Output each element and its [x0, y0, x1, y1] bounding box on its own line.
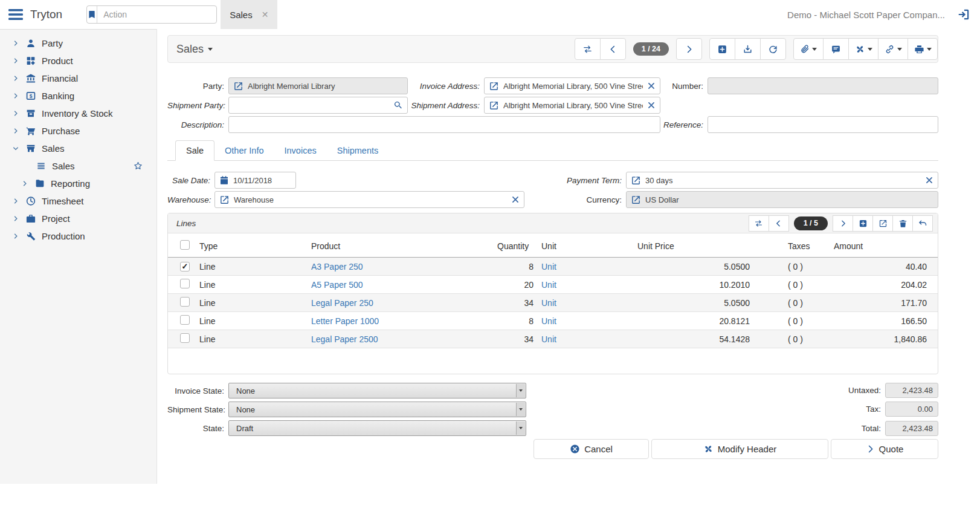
- shipment-address-field[interactable]: Albright Memorial Library, 500 Vine Stre…: [484, 97, 660, 114]
- open-record-icon[interactable]: [489, 100, 499, 111]
- product-link[interactable]: A3 Paper 250: [311, 262, 363, 272]
- tab-other-info[interactable]: Other Info: [214, 140, 274, 160]
- clear-icon[interactable]: [647, 101, 656, 109]
- unit-link[interactable]: Unit: [541, 334, 556, 344]
- currency-field[interactable]: US Dollar: [626, 191, 938, 208]
- chevron-right-icon[interactable]: [21, 180, 28, 187]
- chevron-right-icon[interactable]: [12, 128, 19, 134]
- bookmark-button[interactable]: [87, 6, 97, 23]
- sidebar-item-project[interactable]: Project: [0, 210, 156, 227]
- clear-icon[interactable]: [511, 195, 520, 204]
- lines-switch-view-button[interactable]: [749, 215, 769, 232]
- lines-delete-button[interactable]: [892, 215, 913, 232]
- relate-button[interactable]: [878, 38, 908, 60]
- tab-sale[interactable]: Sale: [175, 140, 214, 161]
- lines-next-button[interactable]: [833, 215, 853, 232]
- column-header-amount[interactable]: Amount: [834, 233, 938, 258]
- reload-button[interactable]: [760, 38, 786, 60]
- sidebar-item-sales-list[interactable]: Sales: [0, 157, 156, 175]
- column-header-type[interactable]: Type: [192, 233, 304, 258]
- table-row[interactable]: Line A5 Paper 500 20 Unit 10.2010 ( 0 ) …: [168, 276, 938, 294]
- print-button[interactable]: [907, 38, 938, 60]
- unit-link[interactable]: Unit: [541, 280, 556, 290]
- cancel-button[interactable]: Cancel: [534, 439, 649, 459]
- state-select[interactable]: Draft: [228, 420, 526, 436]
- save-button[interactable]: [735, 38, 761, 60]
- unit-link[interactable]: Unit: [541, 262, 556, 272]
- column-header-quantity[interactable]: Quantity: [497, 233, 535, 258]
- table-row[interactable]: Line Legal Paper 2500 34 Unit 54.1428 ( …: [168, 330, 938, 348]
- switch-view-button[interactable]: [575, 38, 601, 60]
- window-tab-sales[interactable]: Sales ✕: [221, 0, 277, 29]
- attachment-button[interactable]: [793, 38, 824, 60]
- column-header-product[interactable]: Product: [304, 233, 497, 258]
- tab-shipments[interactable]: Shipments: [327, 140, 389, 160]
- next-record-button[interactable]: [676, 38, 702, 60]
- open-record-icon[interactable]: [219, 195, 230, 205]
- open-record-icon[interactable]: [631, 195, 641, 205]
- chevron-right-icon[interactable]: [12, 40, 19, 47]
- number-field[interactable]: [708, 77, 938, 94]
- product-link[interactable]: Legal Paper 250: [311, 298, 373, 308]
- search-icon[interactable]: [393, 100, 403, 110]
- select-all-checkbox[interactable]: [180, 240, 190, 250]
- column-header-unit-price[interactable]: Unit Price: [637, 233, 755, 258]
- sidebar-item-inventory-stock[interactable]: Inventory & Stock: [0, 105, 156, 122]
- tab-invoices[interactable]: Invoices: [274, 140, 327, 160]
- shipment-party-field[interactable]: [228, 97, 408, 114]
- note-button[interactable]: [823, 38, 849, 60]
- quote-button[interactable]: Quote: [831, 439, 938, 459]
- chevron-right-icon[interactable]: [12, 198, 19, 204]
- clear-icon[interactable]: [925, 176, 933, 184]
- unit-link[interactable]: Unit: [541, 316, 556, 326]
- chevron-right-icon[interactable]: [12, 110, 19, 117]
- product-link[interactable]: Legal Paper 2500: [311, 334, 378, 344]
- row-checkbox[interactable]: [180, 315, 190, 325]
- launch-action-button[interactable]: [848, 38, 878, 60]
- invoice-address-field[interactable]: Albright Memorial Library, 500 Vine Stre…: [484, 77, 660, 94]
- table-row[interactable]: Line Letter Paper 1000 8 Unit 20.8121 ( …: [168, 312, 938, 330]
- unit-link[interactable]: Unit: [541, 298, 556, 308]
- description-field[interactable]: [228, 116, 660, 133]
- shipment-state-select[interactable]: None: [228, 402, 526, 417]
- action-input[interactable]: [97, 10, 217, 19]
- sidebar-item-financial[interactable]: Financial: [0, 70, 156, 87]
- table-row[interactable]: Line Legal Paper 250 34 Unit 5.0500 ( 0 …: [168, 294, 938, 312]
- invoice-state-select[interactable]: None: [228, 383, 526, 399]
- row-checkbox[interactable]: [180, 279, 190, 288]
- sidebar-item-reporting[interactable]: Reporting: [0, 175, 156, 192]
- sidebar-item-banking[interactable]: $ Banking: [0, 87, 156, 105]
- logout-icon[interactable]: [957, 8, 970, 21]
- user-company-label[interactable]: Demo - Michael Scott Paper Compan...: [787, 10, 945, 20]
- warehouse-field[interactable]: Warehouse: [214, 191, 524, 208]
- chevron-right-icon[interactable]: [12, 57, 19, 64]
- sidebar-item-purchase[interactable]: Purchase: [0, 122, 156, 140]
- sidebar-item-product[interactable]: Product: [0, 52, 156, 70]
- table-row[interactable]: Line A3 Paper 250 8 Unit 5.0500 ( 0 ) 40…: [168, 258, 938, 276]
- chevron-down-icon[interactable]: [12, 145, 19, 152]
- lines-undo-button[interactable]: [912, 215, 933, 232]
- sidebar-item-timesheet[interactable]: Timesheet: [0, 192, 156, 210]
- modify-header-button[interactable]: Modify Header: [651, 439, 828, 459]
- chevron-right-icon[interactable]: [12, 215, 19, 222]
- chevron-right-icon[interactable]: [12, 75, 19, 82]
- row-checkbox[interactable]: [180, 297, 190, 307]
- star-outline-icon[interactable]: [133, 161, 143, 171]
- chevron-right-icon[interactable]: [12, 93, 19, 99]
- lines-add-button[interactable]: [853, 215, 873, 232]
- product-link[interactable]: A5 Paper 500: [311, 280, 363, 290]
- product-link[interactable]: Letter Paper 1000: [311, 316, 379, 326]
- sale-date-field[interactable]: 10/11/2018: [214, 172, 296, 189]
- chevron-right-icon[interactable]: [12, 233, 19, 239]
- close-icon[interactable]: ✕: [262, 10, 269, 19]
- column-header-taxes[interactable]: Taxes: [755, 233, 834, 258]
- open-record-icon[interactable]: [233, 81, 243, 91]
- open-record-icon[interactable]: [631, 175, 641, 186]
- open-record-icon[interactable]: [489, 81, 499, 91]
- sidebar-item-party[interactable]: Party: [0, 34, 156, 52]
- reference-field[interactable]: [708, 116, 938, 133]
- row-checkbox[interactable]: [180, 333, 190, 343]
- payment-term-field[interactable]: 30 days: [626, 172, 938, 189]
- clear-icon[interactable]: [647, 82, 656, 90]
- sidebar-item-sales[interactable]: Sales: [0, 140, 156, 157]
